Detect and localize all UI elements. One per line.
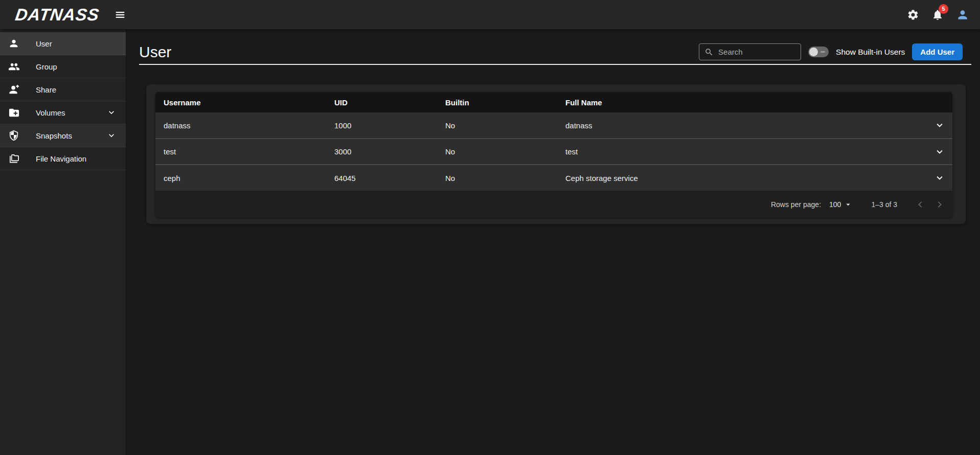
previous-page-button[interactable] [914,198,927,211]
table-pagination: Rows per page: 100 1–3 of 3 [155,191,952,218]
cell-builtin: No [437,165,557,191]
chevron-right-icon [933,198,946,211]
hamburger-icon [115,9,126,20]
topbar-actions: 5 [907,8,969,21]
cell-username: ceph [155,165,326,191]
table-row[interactable]: datnass 1000 No datnass [155,112,952,139]
chevron-down-icon [934,146,945,157]
user-table-paper: Username UID Builtin Full Name datnass 1… [155,92,952,218]
search-input[interactable] [718,48,795,56]
add-user-button[interactable]: Add User [912,43,963,60]
cell-uid: 1000 [326,112,437,139]
person-icon [8,38,20,49]
chevron-down-icon [106,130,117,141]
rows-per-page-label: Rows per page: [771,200,821,209]
sidebar-item-label: Share [36,85,56,94]
sidebar-item-group[interactable]: Group [0,55,126,78]
search-box [699,43,801,60]
column-header-expand [924,92,952,112]
toggle-off-dash [821,51,825,53]
chevron-down-icon [106,107,117,118]
sidebar-item-file-navigation[interactable]: File Navigation [0,147,126,170]
sidebar-item-label: File Navigation [36,154,86,163]
sidebar-item-snapshots[interactable]: Snapshots [0,124,126,147]
sidebar-item-label: Volumes [36,108,65,117]
notification-badge: 5 [939,4,948,14]
cell-builtin: No [437,112,557,139]
cell-uid: 64045 [326,165,437,191]
table-row[interactable]: test 3000 No test [155,139,952,165]
sidebar-item-share[interactable]: Share [0,78,126,101]
table-header-row: Username UID Builtin Full Name [155,92,952,112]
next-page-button[interactable] [933,198,946,211]
cell-fullname: datnass [557,112,924,139]
folders-icon [8,153,20,165]
row-expand-button[interactable] [934,146,945,157]
rows-per-page-select[interactable]: 100 [829,200,853,209]
group-icon [8,61,20,73]
column-header-uid: UID [326,92,437,112]
person-add-icon [8,84,20,96]
dropdown-caret-icon [844,200,853,209]
menu-icon[interactable] [112,7,128,22]
page-toolbar: Show Built-in Users Add User [699,43,963,60]
shield-icon [8,130,20,141]
pagination-range: 1–3 of 3 [871,200,897,209]
sidebar: User Group Share Volumes [0,29,126,455]
main-content: User Show Built-in Users Add User [126,29,980,455]
table-row[interactable]: ceph 64045 No Ceph storage service [155,165,952,191]
sidebar-item-label: Group [36,62,57,71]
user-avatar-icon[interactable] [956,8,969,21]
cell-uid: 3000 [326,139,437,165]
cell-username: datnass [155,112,326,139]
show-builtin-toggle[interactable] [808,47,829,57]
chevron-down-icon [934,172,945,184]
cell-builtin: No [437,139,557,165]
rows-per-page-value: 100 [829,200,841,209]
cell-fullname: test [557,139,924,165]
column-header-builtin: Builtin [437,92,557,112]
row-expand-button[interactable] [934,120,945,131]
chevron-left-icon [914,198,926,211]
user-table: Username UID Builtin Full Name datnass 1… [155,92,952,191]
sidebar-item-volumes[interactable]: Volumes [0,101,126,124]
toggle-knob [809,48,818,56]
cell-username: test [155,139,326,165]
table-body: datnass 1000 No datnass test [155,112,952,191]
column-header-fullname: Full Name [557,92,924,112]
user-table-card: Username UID Builtin Full Name datnass 1… [146,84,966,224]
app-logo: DATNASS [14,5,100,25]
search-icon [704,48,714,57]
cell-fullname: Ceph storage service [557,165,924,191]
sidebar-item-label: User [36,39,52,48]
notifications-icon[interactable]: 5 [931,8,945,21]
topbar: DATNASS 5 [0,0,980,29]
title-divider [139,64,971,65]
column-header-username: Username [155,92,326,112]
sidebar-item-user[interactable]: User [0,32,126,55]
sidebar-item-label: Snapshots [36,131,72,140]
settings-icon[interactable] [907,8,920,21]
row-expand-button[interactable] [934,172,945,184]
folder-plus-icon [8,107,20,119]
page-title: User [139,43,171,61]
toggle-label: Show Built-in Users [836,48,905,57]
chevron-down-icon [934,120,945,131]
